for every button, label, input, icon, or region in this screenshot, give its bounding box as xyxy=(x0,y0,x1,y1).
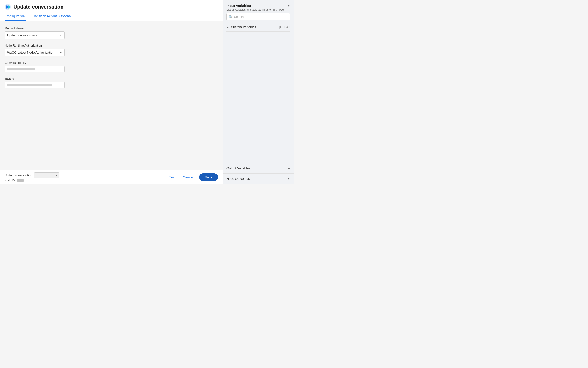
task-id-group: Task Id xyxy=(5,77,218,88)
method-name-label: Method Name xyxy=(5,27,218,30)
custom-variables-badge: [F31940] xyxy=(280,26,290,29)
conversation-id-placeholder-bar xyxy=(7,68,35,70)
bottom-actions: Test Cancel Save xyxy=(167,173,218,181)
page-header: Update conversation xyxy=(0,0,223,10)
custom-variables-item[interactable]: ► Custom Variables [F31940] xyxy=(226,23,290,32)
right-panel-title: Input Variables xyxy=(226,4,284,8)
output-variables-label: Output Variables xyxy=(226,166,250,170)
tabs-bar: Configuration Transition Actions (Option… xyxy=(0,12,223,21)
search-input[interactable] xyxy=(226,13,290,20)
task-id-input-wrapper[interactable] xyxy=(5,82,65,88)
node-runtime-select[interactable]: WxCC Latest Node Authorisation xyxy=(5,49,65,56)
method-name-select-wrapper: Update conversation ▼ xyxy=(5,31,65,39)
output-variables-section[interactable]: Output Variables ► xyxy=(223,163,294,174)
right-panel-footer: Output Variables ► Node Outcomes ► xyxy=(223,163,294,184)
right-panel-collapse-icon[interactable]: ▼ xyxy=(287,4,290,7)
cancel-button[interactable]: Cancel xyxy=(181,174,195,181)
node-id-label: Node ID: xyxy=(5,179,15,182)
custom-variables-left: ► Custom Variables xyxy=(226,25,256,29)
conversation-id-group: Conversation ID xyxy=(5,61,218,72)
task-id-placeholder-bar xyxy=(7,84,52,86)
bottom-node-label-text: Update conversation xyxy=(5,173,32,177)
task-id-label: Task Id xyxy=(5,77,218,80)
custom-variables-expand-icon: ► xyxy=(226,26,229,28)
output-variables-expand-icon: ► xyxy=(288,167,290,170)
conversation-id-label: Conversation ID xyxy=(5,61,218,64)
search-box: 🔍 xyxy=(226,13,290,20)
node-runtime-select-wrapper: WxCC Latest Node Authorisation ▼ xyxy=(5,49,65,56)
right-panel: Input Variables List of variables availa… xyxy=(223,0,294,184)
node-id-value-box xyxy=(17,179,24,182)
conversation-id-input-wrapper[interactable] xyxy=(5,66,65,72)
node-outcomes-expand-icon: ► xyxy=(288,177,290,180)
node-outcomes-label: Node Outcomes xyxy=(226,177,250,181)
right-panel-header: Input Variables List of variables availa… xyxy=(223,0,294,13)
method-name-group: Method Name Update conversation ▼ xyxy=(5,27,218,39)
variables-section: ► Custom Variables [F31940] xyxy=(223,23,294,163)
node-id-row: Node ID: xyxy=(5,179,59,182)
bottom-left: Update conversation ▼ Node ID: xyxy=(5,173,59,182)
svg-point-2 xyxy=(8,5,10,9)
custom-variables-label: Custom Variables xyxy=(231,25,256,29)
app-logo xyxy=(5,4,11,10)
right-panel-subtitle: List of variables available as input for… xyxy=(226,8,284,11)
tab-configuration[interactable]: Configuration xyxy=(5,12,26,21)
test-button[interactable]: Test xyxy=(167,174,177,181)
page-title: Update conversation xyxy=(13,4,64,10)
bottom-node-label-row: Update conversation ▼ xyxy=(5,173,59,178)
node-outcomes-section[interactable]: Node Outcomes ► xyxy=(223,174,294,184)
node-runtime-label: Node Runtime Authorization xyxy=(5,44,218,47)
tab-transition-actions[interactable]: Transition Actions (Optional) xyxy=(31,12,73,21)
left-panel: Update conversation Configuration Transi… xyxy=(0,0,223,184)
method-name-select[interactable]: Update conversation xyxy=(5,31,65,39)
form-area: Method Name Update conversation ▼ Node R… xyxy=(0,21,223,170)
bottom-select-wrapper: ▼ xyxy=(34,173,59,178)
right-panel-title-group: Input Variables List of variables availa… xyxy=(226,4,284,11)
save-button[interactable]: Save xyxy=(199,173,218,181)
bottom-bar: Update conversation ▼ Node ID: Test Canc… xyxy=(0,170,223,184)
bottom-select[interactable] xyxy=(34,173,59,178)
node-runtime-group: Node Runtime Authorization WxCC Latest N… xyxy=(5,44,218,56)
